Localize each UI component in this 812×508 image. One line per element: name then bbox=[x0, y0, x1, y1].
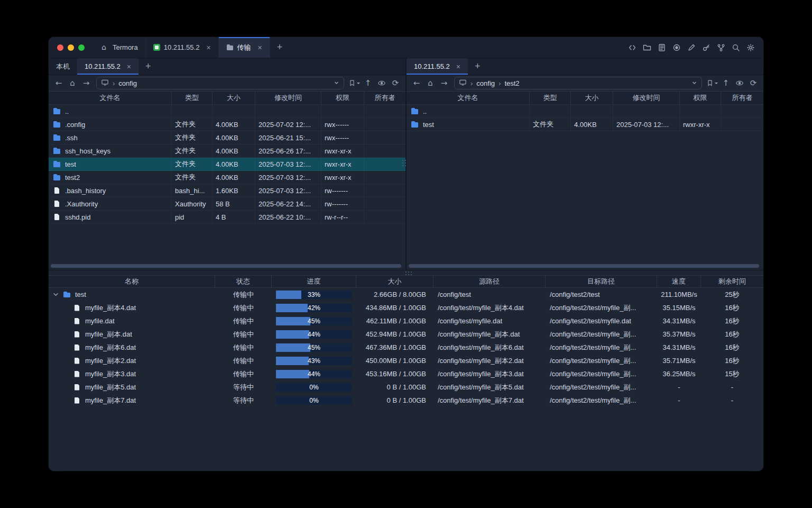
app-tab[interactable]: 10.211.55.2 bbox=[146, 37, 219, 58]
forward-button[interactable] bbox=[438, 77, 450, 89]
progress-percent: 42% bbox=[276, 304, 352, 312]
file-row[interactable]: test 文件夹 4.00KB 2025-07-03 12:... rwxr-x… bbox=[407, 118, 763, 131]
file-row[interactable]: test2 文件夹 4.00KB 2025-07-03 12:... rwxr-… bbox=[49, 171, 405, 184]
scrollbar-thumb[interactable] bbox=[409, 264, 759, 268]
transfer-row[interactable]: myfile_副本4.dat 传输中 42% 434.86MB / 1.00GB… bbox=[49, 301, 763, 314]
show-hidden-files-icon[interactable] bbox=[376, 77, 387, 89]
column-header[interactable]: 类型 bbox=[172, 92, 213, 104]
edit-icon[interactable] bbox=[687, 43, 696, 52]
file-row[interactable]: .bash_history bash_hi... 1.60KB 2025-07-… bbox=[49, 184, 405, 197]
show-hidden-files-icon[interactable] bbox=[734, 77, 745, 89]
branch-icon[interactable] bbox=[716, 43, 725, 52]
titlebar-toolbar bbox=[628, 37, 763, 58]
column-header[interactable]: 状态 bbox=[215, 276, 272, 287]
column-header[interactable]: 速度 bbox=[657, 276, 701, 287]
refresh-button[interactable] bbox=[748, 77, 759, 89]
column-header[interactable]: 权限 bbox=[680, 92, 721, 104]
bookmark-button[interactable] bbox=[348, 77, 360, 89]
column-header[interactable]: 文件名 bbox=[49, 92, 172, 104]
chevron-down-icon[interactable] bbox=[52, 291, 59, 298]
app-tab[interactable]: 传输 bbox=[219, 37, 270, 58]
transfer-row[interactable]: myfile_副本2.dat 传输中 43% 450.00MB / 1.00GB… bbox=[49, 354, 763, 367]
transfer-row[interactable]: test 传输中 33% 2.66GB / 8.00GB /config/tes… bbox=[49, 288, 763, 301]
panel-tab[interactable]: 本机 bbox=[49, 58, 77, 75]
file-modified-time: 2025-06-22 14:... bbox=[255, 197, 321, 210]
column-header[interactable]: 所有者 bbox=[721, 92, 763, 104]
breadcrumb-item[interactable]: test2 bbox=[495, 79, 520, 87]
file-row[interactable]: test 文件夹 4.00KB 2025-07-03 12:... rwxr-x… bbox=[49, 158, 405, 171]
column-header[interactable]: 修改时间 bbox=[255, 92, 321, 104]
file-type: 文件夹 bbox=[172, 171, 213, 184]
key-icon[interactable] bbox=[702, 43, 710, 52]
new-panel-tab-button[interactable]: + bbox=[139, 58, 158, 75]
progress-percent: 33% bbox=[276, 291, 352, 299]
back-button[interactable] bbox=[411, 77, 422, 89]
file-row[interactable]: .config 文件夹 4.00KB 2025-07-02 12:... rwx… bbox=[49, 118, 405, 131]
home-button[interactable] bbox=[425, 77, 436, 89]
file-row[interactable]: .. bbox=[407, 105, 763, 118]
transfer-row[interactable]: myfile_副本6.dat 传输中 45% 467.36MB / 1.00GB… bbox=[49, 341, 763, 354]
column-header[interactable]: 类型 bbox=[530, 92, 571, 104]
new-panel-tab-button[interactable]: + bbox=[468, 58, 487, 75]
splitter-grip[interactable] bbox=[402, 160, 406, 161]
transfer-speed: 211.10MB/s bbox=[657, 288, 701, 301]
path-bar[interactable]: config bbox=[96, 77, 344, 89]
file-size bbox=[213, 105, 255, 117]
code-icon[interactable] bbox=[628, 43, 636, 52]
transfer-row[interactable]: myfile.dat 传输中 45% 462.11MB / 1.00GB /co… bbox=[49, 314, 763, 328]
close-tab-icon[interactable] bbox=[206, 44, 210, 51]
search-icon[interactable] bbox=[731, 43, 740, 52]
bookmark-button[interactable] bbox=[706, 77, 718, 89]
file-row[interactable]: .Xauthority Xauthority 58 B 2025-06-22 1… bbox=[49, 197, 405, 211]
transfer-row[interactable]: myfile_副本5.dat 等待中 0% 0 B / 1.00GB /conf… bbox=[49, 380, 763, 394]
chevron-down-icon[interactable] bbox=[334, 78, 339, 88]
record-icon[interactable] bbox=[672, 43, 681, 52]
column-header[interactable]: 进度 bbox=[272, 276, 356, 287]
column-header[interactable]: 名称 bbox=[49, 276, 215, 287]
close-window-button[interactable] bbox=[57, 44, 63, 51]
transfer-row[interactable]: myfile_副本.dat 传输中 44% 452.94MB / 1.00GB … bbox=[49, 328, 763, 341]
column-header[interactable]: 所有者 bbox=[364, 92, 405, 104]
new-app-tab-button[interactable]: + bbox=[270, 37, 290, 58]
minimize-window-button[interactable] bbox=[68, 44, 74, 51]
back-button[interactable] bbox=[53, 77, 64, 89]
chevron-down-icon[interactable] bbox=[691, 78, 697, 88]
home-button[interactable] bbox=[67, 77, 78, 89]
close-tab-icon[interactable] bbox=[456, 63, 460, 70]
breadcrumb-item[interactable]: config bbox=[467, 79, 495, 87]
file-row[interactable]: sshd.pid pid 4 B 2025-06-22 10:... rw-r-… bbox=[49, 211, 405, 224]
app-tab[interactable]: Termora bbox=[94, 37, 146, 58]
splitter-grip[interactable] bbox=[405, 271, 407, 275]
folder-icon[interactable] bbox=[642, 43, 651, 52]
file-row[interactable]: .ssh 文件夹 4.00KB 2025-06-21 15:... rwx---… bbox=[49, 131, 405, 144]
close-tab-icon[interactable] bbox=[258, 44, 262, 51]
close-tab-icon[interactable] bbox=[127, 63, 131, 70]
parent-directory-button[interactable] bbox=[720, 77, 732, 89]
transfer-row[interactable]: myfile_副本3.dat 传输中 44% 453.16MB / 1.00GB… bbox=[49, 367, 763, 380]
column-header[interactable]: 文件名 bbox=[407, 92, 530, 104]
column-header[interactable]: 目标路径 bbox=[546, 276, 657, 287]
log-icon[interactable] bbox=[657, 43, 666, 52]
panel-tab[interactable]: 10.211.55.2 bbox=[77, 58, 139, 75]
file-row[interactable]: ssh_host_keys 文件夹 4.00KB 2025-06-26 17:.… bbox=[49, 144, 405, 158]
breadcrumb-item[interactable]: config bbox=[109, 79, 137, 87]
refresh-button[interactable] bbox=[390, 77, 401, 89]
column-header[interactable]: 剩余时间 bbox=[701, 276, 763, 287]
progress-bar: 43% bbox=[276, 357, 352, 365]
zoom-window-button[interactable] bbox=[78, 44, 85, 51]
transfer-panel-splitter[interactable] bbox=[49, 270, 763, 275]
scrollbar-thumb[interactable] bbox=[51, 264, 401, 268]
column-header[interactable]: 大小 bbox=[356, 276, 433, 287]
path-bar[interactable]: config test2 bbox=[454, 77, 702, 89]
panel-tab[interactable]: 10.211.55.2 bbox=[407, 58, 468, 75]
transfer-row[interactable]: myfile_副本7.dat 等待中 0% 0 B / 1.00GB /conf… bbox=[49, 394, 763, 407]
column-header[interactable]: 修改时间 bbox=[613, 92, 680, 104]
column-header[interactable]: 大小 bbox=[571, 92, 613, 104]
parent-directory-button[interactable] bbox=[362, 77, 374, 89]
column-header[interactable]: 源路径 bbox=[433, 276, 546, 287]
forward-button[interactable] bbox=[80, 77, 92, 89]
file-row[interactable]: .. bbox=[49, 105, 405, 118]
column-header[interactable]: 权限 bbox=[321, 92, 364, 104]
column-header[interactable]: 大小 bbox=[213, 92, 255, 104]
settings-gear-icon[interactable] bbox=[746, 43, 755, 52]
